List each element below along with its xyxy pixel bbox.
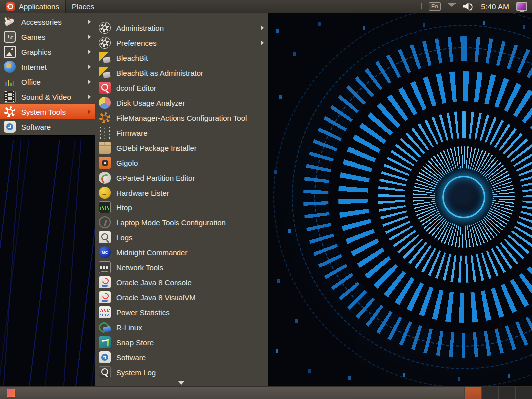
menu-item-software[interactable]: Software: [95, 350, 268, 365]
menu-item-label: Oracle Java 8 Console: [116, 278, 264, 287]
wallpaper-dots: [273, 20, 276, 24]
menu-item-label: GDebi Package Installer: [116, 144, 264, 152]
workspace-4[interactable]: [515, 387, 532, 399]
menu-item-htop[interactable]: Htop: [95, 200, 268, 215]
menu-item-label: BleachBit: [116, 54, 264, 62]
menu-item-java-visualvm[interactable]: Oracle Java 8 VisualVM: [95, 290, 268, 305]
monitor-wave-icon: [99, 261, 111, 273]
menu-item-filemanager-actions[interactable]: FileManager-Actions Configuration Tool: [95, 110, 268, 125]
category-label: Graphics: [21, 48, 82, 56]
menu-item-bleachbit-admin[interactable]: BleachBit as Administrator: [95, 65, 268, 80]
menu-item-preferences[interactable]: Preferences: [95, 35, 268, 50]
menu-item-label: R-Linux: [116, 323, 264, 332]
chip-icon: [99, 127, 111, 139]
keyboard-layout-indicator[interactable]: En: [429, 2, 440, 11]
menu-item-label: Disk Usage Analyzer: [116, 99, 264, 107]
display-monitor-icon[interactable]: [516, 2, 527, 11]
menu-item-java-console[interactable]: Oracle Java 8 Console: [95, 275, 268, 290]
category-office[interactable]: Office: [0, 74, 95, 89]
menu-item-hardware-lister[interactable]: Hardware Lister: [95, 185, 268, 200]
taskbar-app-icon[interactable]: [7, 389, 15, 397]
menu-item-label: BleachBit as Administrator: [116, 69, 264, 77]
workspace-3[interactable]: [498, 387, 515, 399]
workspace-2[interactable]: [481, 387, 498, 399]
category-label: System Tools: [21, 108, 82, 116]
menu-item-gparted[interactable]: GParted Partition Editor: [95, 170, 268, 185]
menu-item-label: Administration: [116, 24, 255, 32]
package-box-icon: [99, 142, 111, 154]
menu-item-label: System Log: [116, 368, 264, 377]
menu-item-r-linux[interactable]: R-Linux: [95, 320, 268, 335]
gauge-icon: [99, 172, 111, 184]
volume-icon[interactable]: [463, 2, 474, 10]
category-label: Office: [21, 78, 82, 86]
submenu-arrow-icon: [261, 25, 264, 30]
category-label: Sound & Video: [21, 93, 82, 101]
pie-chart-icon: [99, 97, 111, 109]
submenu-arrow-icon: [88, 19, 91, 24]
slim-indicator-icon[interactable]: [421, 3, 422, 9]
document-magnifier-icon: [99, 231, 111, 243]
places-menu-button[interactable]: Places: [66, 0, 100, 13]
scroll-down-arrow-icon[interactable]: [178, 381, 184, 385]
category-graphics[interactable]: Graphics: [0, 44, 95, 59]
menu-item-bleachbit[interactable]: BleachBit: [95, 50, 268, 65]
category-software[interactable]: Software: [0, 119, 95, 134]
category-sound-video[interactable]: Sound & Video: [0, 89, 95, 104]
category-label: Games: [21, 33, 82, 41]
submenu-arrow-icon: [88, 79, 91, 84]
globe-icon: [4, 61, 16, 73]
dark-magnifier-icon: [99, 366, 111, 378]
menu-item-label: Htop: [116, 203, 264, 212]
menu-item-laptop-mode-tools[interactable]: Laptop Mode Tools Configuration: [95, 215, 268, 230]
gear-icon: [4, 106, 16, 118]
menu-item-label: Software: [116, 353, 264, 362]
menu-item-firmware[interactable]: Firmware: [95, 125, 268, 140]
system-tools-submenu: Administration Preferences BleachBit Ble…: [95, 13, 268, 386]
submenu-arrow-icon: [88, 49, 91, 54]
category-label: Accessories: [21, 18, 82, 26]
menu-item-snap-store[interactable]: Snap Store: [95, 335, 268, 350]
gamepad-icon: [4, 31, 16, 43]
dim-circle-icon: [99, 216, 111, 228]
applications-menu-button[interactable]: Applications: [0, 0, 66, 13]
category-games[interactable]: Games: [0, 29, 95, 44]
snap-bird-icon: [99, 336, 111, 348]
picture-icon: [4, 46, 16, 58]
gear-emblem-icon: [99, 37, 111, 49]
menu-item-label: Preferences: [116, 39, 255, 47]
swiss-army-knife-icon: [4, 16, 16, 28]
applications-menu-label: Applications: [19, 2, 59, 11]
wallpaper-streaks: [0, 140, 100, 386]
menu-item-administration[interactable]: Administration: [95, 20, 268, 35]
category-label: Software: [21, 123, 91, 131]
category-internet[interactable]: Internet: [0, 59, 95, 74]
menu-item-label: Gigolo: [116, 159, 264, 167]
workspace-switcher: [464, 387, 532, 399]
folder-icon: [99, 157, 111, 169]
workspace-1[interactable]: [464, 387, 481, 399]
menu-item-power-statistics[interactable]: Power Statistics: [95, 305, 268, 320]
software-suitcase-icon: [99, 351, 111, 363]
dconf-magnifier-icon: [99, 82, 111, 94]
category-accessories[interactable]: Accessories: [0, 14, 95, 29]
mc-globe-icon: [99, 246, 111, 258]
mail-envelope-icon[interactable]: [448, 3, 456, 9]
menu-item-network-tools[interactable]: Network Tools: [95, 260, 268, 275]
menu-item-gdebi[interactable]: GDebi Package Installer: [95, 140, 268, 155]
category-system-tools[interactable]: System Tools: [0, 104, 95, 119]
clock[interactable]: 5:40 AM: [481, 2, 509, 11]
broom-icon: [99, 67, 111, 79]
places-menu-label: Places: [72, 2, 94, 11]
menu-item-label: Midnight Commander: [116, 248, 264, 257]
menu-item-gigolo[interactable]: Gigolo: [95, 155, 268, 170]
submenu-arrow-icon: [88, 109, 91, 114]
menu-item-dconf-editor[interactable]: dconf Editor: [95, 80, 268, 95]
submenu-arrow-icon: [88, 34, 91, 39]
category-label: Internet: [21, 63, 82, 71]
menu-item-logs[interactable]: Logs: [95, 230, 268, 245]
menu-item-label: Snap Store: [116, 338, 264, 347]
menu-item-disk-usage-analyzer[interactable]: Disk Usage Analyzer: [95, 95, 268, 110]
menu-item-system-log[interactable]: System Log: [95, 365, 268, 380]
menu-item-midnight-commander[interactable]: Midnight Commander: [95, 245, 268, 260]
